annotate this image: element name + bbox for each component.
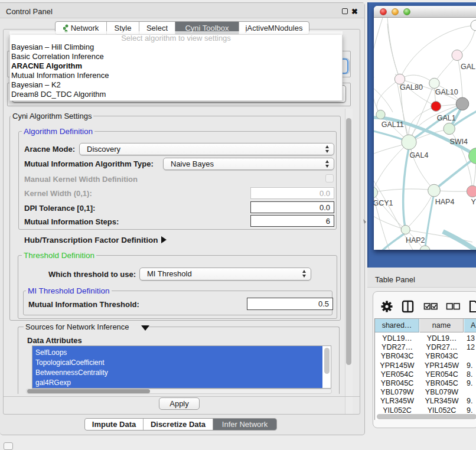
svg-text:Y: Y — [471, 198, 476, 206]
svg-text:GAL11: GAL11 — [382, 120, 404, 129]
svg-text:GAL10: GAL10 — [435, 88, 458, 96]
svg-text:SWI4: SWI4 — [449, 138, 468, 146]
svg-text:GAL4: GAL4 — [409, 151, 428, 159]
svg-text:HAP2: HAP2 — [406, 236, 425, 244]
svg-text:GAL80: GAL80 — [400, 83, 423, 92]
svg-text:GAL1: GAL1 — [437, 114, 456, 122]
svg-text:GAL: GAL — [461, 63, 475, 71]
svg-text:GCY1: GCY1 — [374, 199, 393, 207]
svg-text:HAP4: HAP4 — [435, 198, 455, 206]
